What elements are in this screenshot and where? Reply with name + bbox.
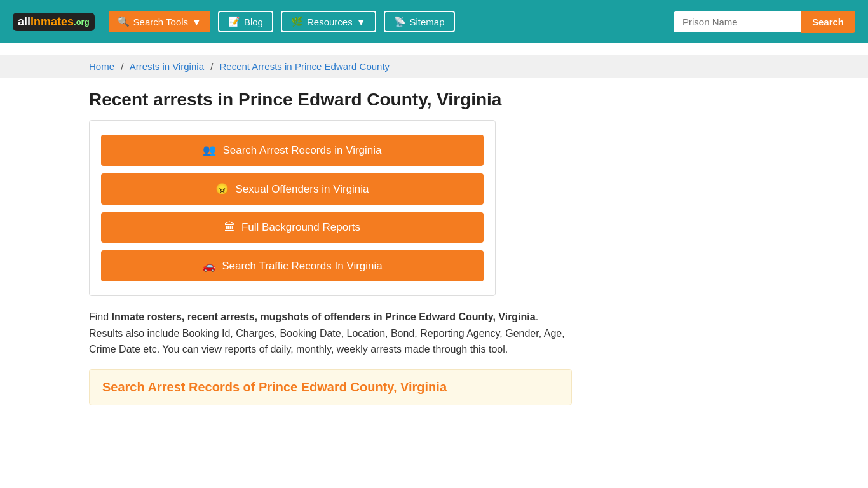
background-reports-icon: 🏛: [224, 221, 235, 234]
resources-label: Resources: [307, 17, 353, 27]
blog-button[interactable]: 📝 Blog: [218, 11, 273, 32]
search-tools-label: Search Tools: [133, 17, 188, 27]
page-title: Recent arrests in Prince Edward County, …: [89, 90, 779, 110]
sexual-offenders-button[interactable]: 😠 Sexual Offenders in Virginia: [101, 173, 484, 205]
action-buttons-card: 👥 Search Arrest Records in Virginia 😠 Se…: [89, 120, 496, 296]
resources-icon: 🌿: [291, 16, 303, 27]
description-bold: Inmate rosters, recent arrests, mugshots…: [112, 311, 536, 322]
prison-name-input[interactable]: [674, 11, 801, 32]
breadcrumb-home[interactable]: Home: [89, 61, 114, 72]
search-tools-icon: 🔍: [118, 16, 130, 27]
header-search-area: Search: [674, 11, 855, 33]
sitemap-label: Sitemap: [410, 17, 445, 27]
breadcrumb: Home / Arrests in Virginia / Recent Arre…: [0, 55, 868, 78]
blog-icon: 📝: [228, 16, 240, 27]
logo-inmates-text: Inmates: [31, 15, 74, 29]
traffic-records-icon: 🚗: [202, 259, 215, 273]
logo-all-text: all: [18, 15, 31, 29]
breadcrumb-sep-1: /: [121, 61, 123, 72]
background-reports-button[interactable]: 🏛 Full Background Reports: [101, 212, 484, 243]
section-title-box: Search Arrest Records of Prince Edward C…: [89, 369, 572, 405]
section-title: Search Arrest Records of Prince Edward C…: [102, 380, 559, 395]
logo-org-text: .org: [74, 17, 90, 27]
resources-dropdown-icon: ▼: [356, 17, 366, 27]
search-tools-dropdown-icon: ▼: [192, 17, 201, 27]
search-arrest-icon: 👥: [203, 144, 216, 157]
header-gap: [0, 43, 868, 55]
header-search-button[interactable]: Search: [801, 11, 855, 33]
page-description: Find Inmate rosters, recent arrests, mug…: [89, 309, 572, 358]
breadcrumb-arrests-virginia[interactable]: Arrests in Virginia: [130, 61, 204, 72]
background-reports-label: Full Background Reports: [241, 221, 360, 234]
search-arrest-label: Search Arrest Records in Virginia: [222, 144, 381, 157]
sitemap-button[interactable]: 📡 Sitemap: [384, 11, 455, 32]
sexual-offenders-label: Sexual Offenders in Virginia: [235, 183, 369, 196]
logo[interactable]: all Inmates .org: [13, 13, 95, 31]
main-content: Recent arrests in Prince Edward County, …: [0, 78, 868, 424]
breadcrumb-current: Recent Arrests in Prince Edward County: [220, 61, 390, 72]
breadcrumb-sep-2: /: [210, 61, 213, 72]
traffic-records-label: Search Traffic Records In Virginia: [222, 260, 383, 273]
sexual-offenders-icon: 😠: [215, 182, 229, 196]
description-prefix: Find: [89, 311, 112, 322]
site-header: all Inmates .org 🔍 Search Tools ▼ 📝 Blog…: [0, 0, 868, 43]
blog-label: Blog: [244, 17, 263, 27]
sitemap-icon: 📡: [394, 16, 406, 27]
search-arrest-button[interactable]: 👥 Search Arrest Records in Virginia: [101, 135, 484, 166]
traffic-records-button[interactable]: 🚗 Search Traffic Records In Virginia: [101, 250, 484, 281]
resources-button[interactable]: 🌿 Resources ▼: [281, 11, 376, 32]
search-tools-button[interactable]: 🔍 Search Tools ▼: [109, 11, 210, 32]
